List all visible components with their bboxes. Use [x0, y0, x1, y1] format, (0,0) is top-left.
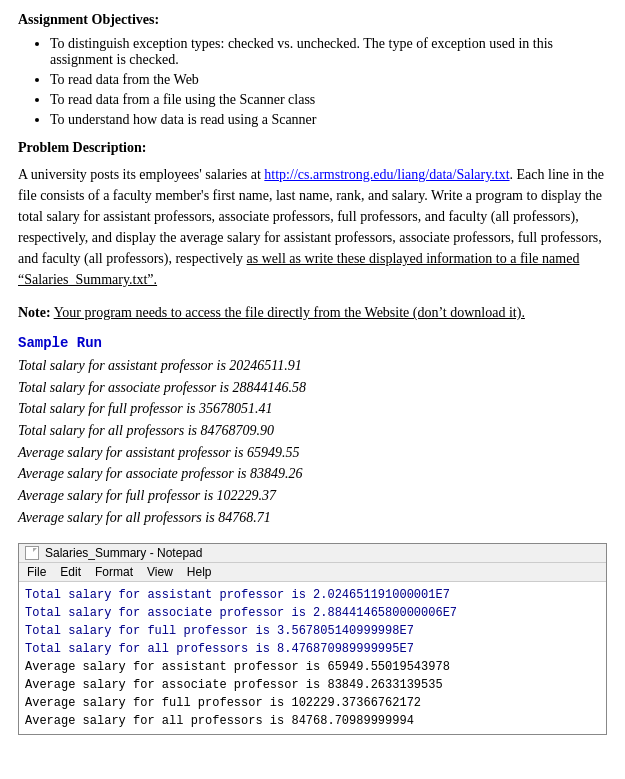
notepad-line: Average salary for all professors is 847… [25, 712, 600, 730]
objective-item: To read data from a file using the Scann… [50, 92, 607, 108]
sample-run-output: Total salary for assistant professor is … [18, 355, 607, 529]
objective-item: To understand how data is read using a S… [50, 112, 607, 128]
notepad-menubar[interactable]: File Edit Format View Help [19, 563, 606, 582]
sample-run-title: Sample Run [18, 335, 607, 351]
notepad-app-icon [25, 546, 39, 560]
sample-run-line: Average salary for full professor is 102… [18, 485, 607, 507]
sample-run-line: Total salary for all professors is 84768… [18, 420, 607, 442]
notepad-line: Total salary for associate professor is … [25, 604, 600, 622]
notepad-line: Total salary for full professor is 3.567… [25, 622, 600, 640]
notepad-menu-format[interactable]: Format [95, 565, 133, 579]
sample-run-line: Average salary for assistant professor i… [18, 442, 607, 464]
sample-run-line: Total salary for assistant professor is … [18, 355, 607, 377]
notepad-line: Average salary for associate professor i… [25, 676, 600, 694]
sample-run-line: Average salary for all professors is 847… [18, 507, 607, 529]
objectives-list: To distinguish exception types: checked … [50, 36, 607, 128]
notepad-line: Total salary for assistant professor is … [25, 586, 600, 604]
problem-description-text: A university posts its employees' salari… [18, 164, 607, 290]
notepad-titlebar: Salaries_Summary - Notepad [19, 544, 606, 563]
objective-item: To distinguish exception types: checked … [50, 36, 607, 68]
note-text-link[interactable]: Your program needs to access the file di… [54, 305, 525, 320]
notepad-line: Average salary for assistant professor i… [25, 658, 600, 676]
sample-run-line: Total salary for associate professor is … [18, 377, 607, 399]
note-label: Note: [18, 305, 51, 320]
objective-item: To read data from the Web [50, 72, 607, 88]
assignment-objectives-title: Assignment Objectives: [18, 12, 607, 28]
note-paragraph: Note: Your program needs to access the f… [18, 302, 607, 323]
notepad-line: Average salary for full professor is 102… [25, 694, 600, 712]
notepad-menu-help[interactable]: Help [187, 565, 212, 579]
problem-text-before-link: A university posts its employees' salari… [18, 167, 264, 182]
sample-run-line: Average salary for associate professor i… [18, 463, 607, 485]
notepad-menu-edit[interactable]: Edit [60, 565, 81, 579]
notepad-title: Salaries_Summary - Notepad [45, 546, 202, 560]
notepad-menu-view[interactable]: View [147, 565, 173, 579]
salary-file-link[interactable]: http://cs.armstrong.edu/liang/data/Salar… [264, 167, 509, 182]
notepad-menu-file[interactable]: File [27, 565, 46, 579]
sample-run-line: Total salary for full professor is 35678… [18, 398, 607, 420]
notepad-window: Salaries_Summary - Notepad File Edit For… [18, 543, 607, 735]
notepad-line: Total salary for all professors is 8.476… [25, 640, 600, 658]
problem-description-title: Problem Description: [18, 140, 607, 156]
notepad-content-area: Total salary for assistant professor is … [19, 582, 606, 734]
